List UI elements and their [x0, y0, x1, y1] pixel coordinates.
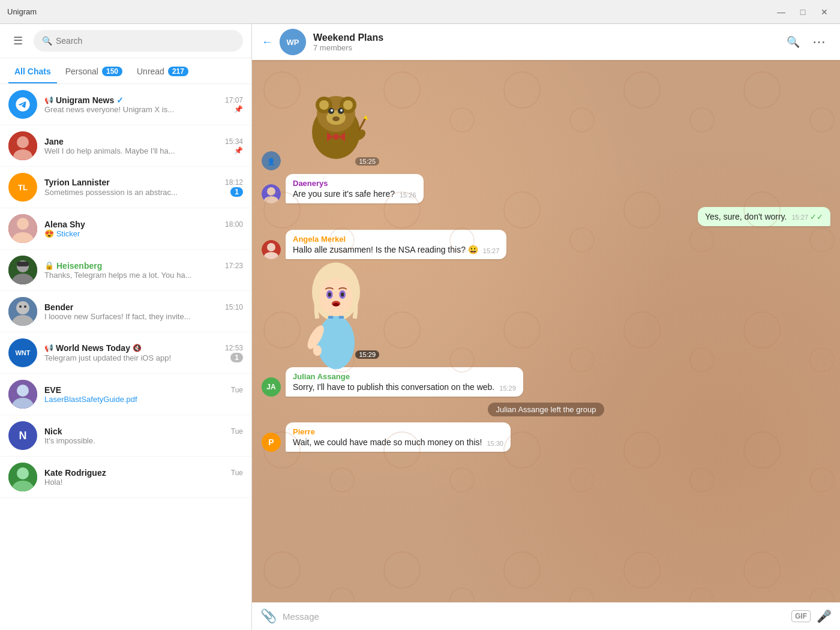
svg-point-19	[17, 467, 29, 479]
chat-name-bender: Bender	[44, 302, 73, 312]
svg-point-4	[17, 218, 29, 230]
tab-personal-label: Personal	[65, 67, 98, 76]
svg-point-44	[267, 187, 275, 196]
message-input-area: 📎 GIF 🎤	[252, 602, 840, 630]
system-message: Julian Assange left the group	[262, 403, 830, 416]
chat-time-eve: Tue	[231, 386, 243, 394]
sidebar: ☰ 🔍 All Chats Personal 150 Unread 217	[0, 24, 252, 630]
search-icon: 🔍	[42, 36, 52, 46]
chat-name-kate: Kate Rodriguez	[44, 468, 106, 478]
gif-button[interactable]: GIF	[791, 610, 811, 622]
svg-point-16	[17, 385, 29, 397]
app-layout: ☰ 🔍 All Chats Personal 150 Unread 217	[0, 24, 840, 630]
bubble-text-pierre: Wait, we could have made so much money o…	[293, 437, 503, 447]
messages-area: 👤	[252, 60, 840, 602]
app-title: Unigram	[7, 7, 37, 16]
chat-preview-heisenberg: Thanks, Telegram helps me a lot. You ha.…	[44, 271, 191, 280]
verified-icon: ✓	[116, 95, 124, 105]
sender-name-pierre: Pierre	[293, 427, 503, 436]
search-icon: 🔍	[787, 35, 800, 49]
bubble-text-outgoing-1: Yes, sure, don't worry. 15:27 ✓✓	[705, 212, 823, 221]
hamburger-button[interactable]: ☰	[8, 31, 28, 50]
search-input[interactable]	[56, 36, 235, 46]
chat-search-button[interactable]: 🔍	[782, 31, 804, 53]
pin-icon-jane: 📌	[234, 146, 243, 155]
avatar-world-news: WNT	[8, 338, 37, 367]
message-daenerys: Daenerys Are you sure it's safe here? 15…	[262, 174, 830, 203]
maximize-button[interactable]: □	[794, 4, 811, 20]
chat-name-alena: Alena Shy	[44, 220, 85, 229]
msg-avatar-pierre: P	[262, 433, 281, 452]
sticker-time-2: 15:29	[355, 350, 379, 359]
avatar-kate	[8, 463, 37, 491]
muted-icon-wnt: 🔇	[133, 344, 142, 352]
sticker-bubble-2: 15:29 15:29	[286, 263, 386, 364]
tab-unread[interactable]: Unread 217	[131, 63, 194, 83]
chat-info-tyrion: Tyrion Lannister 18:12 Sometimes possess…	[44, 178, 243, 197]
msg-avatar-julian: JA	[262, 377, 281, 397]
chat-more-button[interactable]: ⋯	[809, 31, 830, 53]
svg-point-13	[19, 305, 22, 308]
msg-content-pierre: Wait, we could have made so much money o…	[293, 437, 482, 447]
chat-item-eve[interactable]: EVE Tue LaserBlastSafetyGuide.pdf	[0, 374, 251, 415]
svg-point-29	[319, 100, 329, 110]
chat-preview-jane: Well I do help animals. Maybe I'll ha...	[44, 146, 175, 155]
chat-item-unigram-news[interactable]: 📢 Unigram News ✓ 17:07 Great news everyo…	[0, 84, 251, 125]
svg-point-11	[16, 301, 29, 314]
chat-header-info: Weekend Plans 7 members	[313, 32, 775, 52]
svg-rect-60	[328, 316, 334, 318]
tab-personal[interactable]: Personal 150	[59, 63, 128, 83]
message-pierre: P Pierre Wait, we could have made so muc…	[262, 422, 830, 452]
chat-item-tyrion[interactable]: TL Tyrion Lannister 18:12 Sometimes poss…	[0, 167, 251, 208]
msg-content-outgoing-1: Yes, sure, don't worry.	[705, 212, 787, 221]
message-sticker1: 👤	[262, 70, 830, 170]
chat-time-jane: 15:34	[225, 137, 243, 146]
svg-point-39	[333, 134, 339, 140]
msg-avatar-angela	[262, 240, 281, 259]
chat-item-kate[interactable]: Kate Rodriguez Tue Hola!	[0, 457, 251, 498]
bubble-pierre: Pierre Wait, we could have made so much …	[286, 422, 511, 452]
msg-content-daenerys: Are you sure it's safe here?	[293, 189, 395, 199]
back-button[interactable]: ←	[262, 36, 272, 49]
minimize-button[interactable]: —	[773, 4, 790, 20]
svg-point-34	[331, 109, 333, 112]
msg-content-julian: Sorry, I'll have to publish this convers…	[293, 382, 494, 392]
chat-time-unigram-news: 17:07	[225, 96, 243, 104]
svg-point-35	[340, 109, 343, 112]
svg-point-54	[328, 292, 331, 296]
chat-item-jane[interactable]: Jane 15:34 Well I do help animals. Maybe…	[0, 125, 251, 167]
sticker-bubble-1: 15:25	[286, 70, 386, 170]
search-box[interactable]: 🔍	[34, 30, 243, 52]
chat-name-eve: EVE	[44, 385, 61, 395]
chat-info-jane: Jane 15:34 Well I do help animals. Maybe…	[44, 137, 243, 155]
chat-item-alena[interactable]: Alena Shy 18:00 😍 Sticker	[0, 208, 251, 250]
bubble-daenerys: Daenerys Are you sure it's safe here? 15…	[286, 174, 424, 203]
chat-item-world-news[interactable]: WNT 📢 World News Today 🔇 12:53 Telegram …	[0, 332, 251, 374]
bubble-text-julian: Sorry, I'll have to publish this convers…	[293, 382, 516, 392]
chat-item-heisenberg[interactable]: 🔒 Heisenberg 17:23 Thanks, Telegram help…	[0, 250, 251, 291]
svg-point-50	[317, 316, 355, 369]
avatar-nick: N	[8, 421, 37, 450]
svg-text:WP: WP	[287, 38, 299, 47]
sidebar-tabs: All Chats Personal 150 Unread 217	[0, 58, 251, 84]
chat-header-subtitle: 7 members	[313, 43, 775, 52]
mic-button[interactable]: 🎤	[817, 609, 832, 623]
chat-info-eve: EVE Tue LaserBlastSafetyGuide.pdf	[44, 385, 243, 404]
chat-item-nick[interactable]: N Nick Tue It's impossible.	[0, 415, 251, 457]
close-button[interactable]: ✕	[816, 4, 833, 20]
bubble-outgoing-1: Yes, sure, don't worry. 15:27 ✓✓	[698, 207, 830, 226]
avatar-eve	[8, 380, 37, 409]
chat-info-alena: Alena Shy 18:00 😍 Sticker	[44, 220, 243, 238]
message-input[interactable]	[283, 609, 785, 624]
svg-point-14	[24, 305, 26, 308]
chat-name-jane: Jane	[44, 137, 64, 146]
svg-point-55	[341, 292, 344, 296]
chat-header-name: Weekend Plans	[313, 32, 775, 43]
chat-header-actions: 🔍 ⋯	[782, 31, 830, 53]
tab-all-chats[interactable]: All Chats	[8, 63, 57, 83]
chat-time-heisenberg: 17:23	[225, 262, 243, 270]
bubble-time-angela: 15:27	[483, 247, 500, 254]
tab-unread-badge: 217	[168, 67, 188, 76]
chat-item-bender[interactable]: Bender 15:10 I looove new Surfaces! If f…	[0, 291, 251, 332]
attach-button[interactable]: 📎	[260, 608, 277, 624]
